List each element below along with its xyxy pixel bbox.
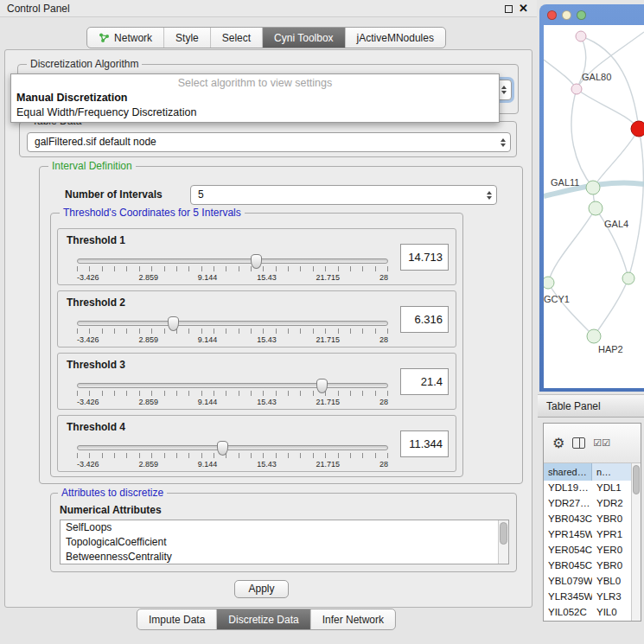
threshold-4-value-field[interactable]: 11.344 (400, 430, 449, 457)
attributes-group-title: Attributes to discretize (58, 487, 167, 499)
tab-network[interactable]: Network (87, 28, 164, 48)
tab-cyni-toolbox[interactable]: Cyni Toolbox (263, 28, 345, 48)
node-label: GAL80 (582, 72, 611, 82)
tab-infer-network[interactable]: Infer Network (311, 609, 395, 629)
tick-label: 21.715 (316, 398, 341, 406)
table-panel-titlebar: Table Panel (538, 394, 644, 418)
cell[interactable]: YBR043C (544, 512, 592, 527)
tab-impute-data[interactable]: Impute Data (137, 609, 217, 629)
table-scrollbar[interactable] (631, 463, 641, 621)
cell[interactable]: YER054C (544, 543, 592, 558)
cell[interactable]: YPR1 (592, 527, 631, 543)
cell[interactable]: YBR0 (592, 512, 631, 527)
network-node-gal11[interactable] (586, 181, 600, 194)
tab-discretize-data[interactable]: Discretize Data (217, 609, 310, 629)
table-row[interactable]: YBR043CYBR0 (544, 512, 631, 527)
tick-label: 2.859 (138, 398, 158, 406)
float-window-icon[interactable] (505, 5, 513, 13)
table-row[interactable]: YDL19…YDL1 (544, 481, 631, 496)
cell[interactable]: YDR27… (544, 496, 592, 512)
slider-track[interactable] (77, 383, 388, 388)
slider-thumb[interactable] (168, 316, 179, 331)
network-node[interactable] (622, 272, 634, 284)
network-window: GAL80 GAL11 GAL4 GCY1 HAP2 (539, 4, 644, 392)
cell[interactable]: YDR2 (592, 496, 631, 512)
cell[interactable]: YBL079W (544, 574, 592, 590)
column-header-shared-name[interactable]: shared… (544, 463, 592, 481)
cell[interactable]: YIL052C (544, 605, 592, 621)
dropdown-item-placeholder[interactable]: Select algorithm to view settings (11, 76, 499, 91)
zoom-traffic-light-icon[interactable] (577, 10, 586, 20)
num-intervals-value: 5 (198, 188, 204, 201)
list-item[interactable]: SelfLoops (61, 520, 508, 535)
slider-track[interactable] (77, 445, 388, 450)
cell[interactable]: YBR045C (544, 558, 592, 574)
spinner-arrows-icon (487, 191, 492, 200)
num-intervals-label: Number of Intervals (65, 188, 163, 201)
gear-icon[interactable]: ⚙ (552, 437, 564, 450)
tab-jactivemnodules[interactable]: jActiveMNodules (346, 28, 445, 48)
tab-style[interactable]: Style (164, 28, 211, 48)
network-node[interactable] (576, 31, 586, 41)
slider-track[interactable] (77, 258, 388, 264)
table-row[interactable]: YBR045CYBR0 (544, 558, 631, 574)
tick-label: 9.144 (198, 273, 218, 282)
list-item[interactable]: BetweennessCentrality (61, 550, 508, 564)
cell[interactable]: YDL19… (544, 481, 592, 496)
table-row[interactable]: YPR145WYPR1 (544, 527, 631, 543)
cell[interactable]: YDL1 (592, 481, 631, 496)
threshold-2-value-field[interactable]: 6.316 (400, 306, 449, 333)
thresholds-group-title: Threshold's Coordinates for 5 Intervals (60, 207, 245, 219)
tick-label: 21.715 (316, 335, 341, 344)
cell[interactable]: YLR3 (592, 590, 631, 605)
table-panel-title: Table Panel (546, 400, 601, 412)
slider-track[interactable] (77, 321, 388, 326)
cell[interactable]: YBL0 (592, 574, 631, 590)
scrollbar-thumb[interactable] (633, 465, 640, 494)
list-item[interactable]: TopologicalCoefficient (61, 535, 508, 550)
node-label: HAP2 (598, 344, 623, 354)
tick-label: -3.426 (77, 398, 99, 406)
network-node-gal4[interactable] (589, 201, 603, 215)
checkbox-icons[interactable]: ☑☑ (593, 437, 610, 449)
num-intervals-combo[interactable]: 5 (190, 185, 497, 205)
threshold-1-value-field[interactable]: 14.713 (400, 244, 449, 271)
cell[interactable]: YBR0 (592, 558, 631, 574)
tick-label: -3.426 (77, 460, 99, 469)
column-header-name[interactable]: n… (592, 463, 631, 481)
close-traffic-light-icon[interactable] (547, 10, 557, 20)
scrollbar-thumb[interactable] (500, 522, 507, 545)
selected-node[interactable] (631, 121, 644, 137)
minimize-traffic-light-icon[interactable] (562, 10, 571, 20)
threshold-3-value-field[interactable]: 21.4 (400, 368, 449, 395)
network-view-canvas[interactable]: GAL80 GAL11 GAL4 GCY1 HAP2 (544, 25, 644, 388)
table-row[interactable]: YLR345WYLR3 (544, 590, 631, 605)
network-node-gcy1[interactable] (544, 277, 554, 289)
node-label: GCY1 (544, 294, 570, 304)
network-node-gal80[interactable] (571, 84, 582, 94)
tab-select[interactable]: Select (211, 28, 263, 48)
dropdown-item-equal-width[interactable]: Equal Width/Frequency Discretization (11, 105, 499, 120)
table-data-group: Table Data galFiltered.sif default node (19, 121, 517, 157)
columns-icon[interactable] (572, 437, 585, 449)
cell[interactable]: YIL0 (592, 605, 631, 621)
table-row[interactable]: YER054CYER0 (544, 543, 631, 558)
slider-thumb[interactable] (316, 379, 328, 393)
cell[interactable]: YLR345W (544, 590, 592, 605)
tab-label: jActiveMNodules (357, 32, 434, 44)
cell[interactable]: YER0 (592, 543, 631, 558)
network-node-hap2[interactable] (587, 329, 601, 343)
tab-label: Select (222, 32, 251, 44)
slider-thumb[interactable] (251, 254, 262, 269)
cell[interactable]: YPR145W (544, 527, 592, 543)
close-icon[interactable]: ✕ (519, 2, 528, 15)
tick-label: -3.426 (77, 335, 99, 344)
dropdown-item-manual-discretization[interactable]: Manual Discretization (11, 91, 499, 105)
table-row[interactable]: YBL079WYBL0 (544, 574, 631, 590)
table-body: YDL19…YDL1 YDR27…YDR2 YBR043CYBR0 YPR145… (544, 481, 631, 621)
table-row[interactable]: YDR27…YDR2 (544, 496, 631, 512)
table-data-combo[interactable]: galFiltered.sif default node (27, 132, 511, 152)
apply-button[interactable]: Apply (234, 580, 289, 598)
table-row[interactable]: YIL052CYIL0 (544, 605, 631, 621)
list-scrollbar[interactable] (498, 520, 508, 564)
